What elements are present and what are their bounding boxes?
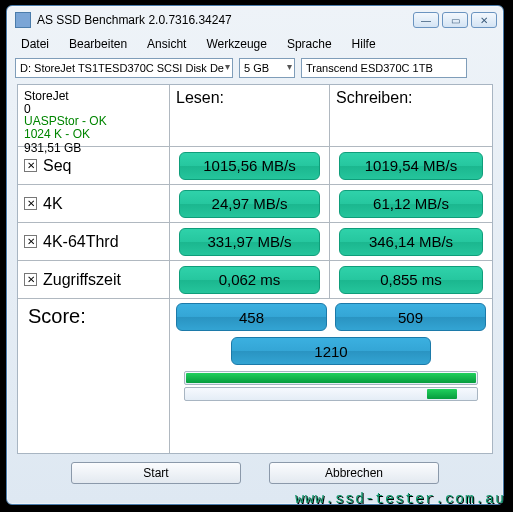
label-4k: ✕ 4K <box>18 185 170 222</box>
button-row: Start Abbrechen <box>7 460 503 490</box>
label-access-text: Zugriffszeit <box>43 271 121 289</box>
window-buttons: ― ▭ ✕ <box>413 12 497 28</box>
checkbox-seq[interactable]: ✕ <box>24 159 37 172</box>
access-read-value: 0,062 ms <box>179 266 320 294</box>
4k-write-value: 61,12 MB/s <box>339 190 483 218</box>
results-panel: StoreJet 0 UASPStor - OK 1024 K - OK 931… <box>17 84 493 454</box>
4k64-read-value: 331,97 MB/s <box>179 228 320 256</box>
progress-bar-2 <box>184 387 478 401</box>
label-4k-text: 4K <box>43 195 63 213</box>
checkbox-4k64[interactable]: ✕ <box>24 235 37 248</box>
read-header: Lesen: <box>170 85 330 146</box>
row-4k64: ✕ 4K-64Thrd 331,97 MB/s 346,14 MB/s <box>18 223 492 261</box>
drive-select[interactable]: D: StoreJet TS1TESD370C SCSI Disk De <box>15 58 233 78</box>
menu-werkzeuge[interactable]: Werkzeuge <box>198 35 274 53</box>
drive-info-align: 1024 K - OK <box>24 128 90 141</box>
menu-hilfe[interactable]: Hilfe <box>344 35 384 53</box>
row-access: ✕ Zugriffszeit 0,062 ms 0,855 ms <box>18 261 492 299</box>
row-score: Score: 458 509 1210 <box>18 299 492 453</box>
seq-read-value: 1015,56 MB/s <box>179 152 320 180</box>
label-seq-text: Seq <box>43 157 71 175</box>
4k-read-value: 24,97 MB/s <box>179 190 320 218</box>
maximize-button[interactable]: ▭ <box>442 12 468 28</box>
menubar: Datei Bearbeiten Ansicht Werkzeuge Sprac… <box>7 34 503 54</box>
drive-info-cell: StoreJet 0 UASPStor - OK 1024 K - OK 931… <box>18 85 170 146</box>
menu-sprache[interactable]: Sprache <box>279 35 340 53</box>
minimize-button[interactable]: ― <box>413 12 439 28</box>
size-select[interactable]: 5 GB <box>239 58 295 78</box>
header-row: StoreJet 0 UASPStor - OK 1024 K - OK 931… <box>18 85 492 147</box>
score-cell: 458 509 1210 <box>170 299 492 453</box>
start-button[interactable]: Start <box>71 462 241 484</box>
label-seq: ✕ Seq <box>18 147 170 184</box>
label-4k64-text: 4K-64Thrd <box>43 233 119 251</box>
menu-ansicht[interactable]: Ansicht <box>139 35 194 53</box>
close-button[interactable]: ✕ <box>471 12 497 28</box>
drive-info-name: StoreJet <box>24 89 69 103</box>
menu-datei[interactable]: Datei <box>13 35 57 53</box>
row-4k: ✕ 4K 24,97 MB/s 61,12 MB/s <box>18 185 492 223</box>
row-seq: ✕ Seq 1015,56 MB/s 1019,54 MB/s <box>18 147 492 185</box>
label-access: ✕ Zugriffszeit <box>18 261 170 298</box>
score-read-value: 458 <box>176 303 327 331</box>
checkbox-4k[interactable]: ✕ <box>24 197 37 210</box>
seq-write-value: 1019,54 MB/s <box>339 152 483 180</box>
app-icon <box>15 12 31 28</box>
score-label: Score: <box>18 299 170 453</box>
score-total-value: 1210 <box>231 337 431 365</box>
app-window: AS SSD Benchmark 2.0.7316.34247 ― ▭ ✕ Da… <box>6 5 504 505</box>
device-name-input[interactable]: Transcend ESD370C 1TB <box>301 58 467 78</box>
watermark: www.ssd-tester.com.au <box>295 491 505 508</box>
progress-bar-1 <box>184 371 478 385</box>
label-4k64: ✕ 4K-64Thrd <box>18 223 170 260</box>
access-write-value: 0,855 ms <box>339 266 483 294</box>
progress-area <box>176 365 486 405</box>
write-header: Schreiben: <box>330 85 492 146</box>
score-write-value: 509 <box>335 303 486 331</box>
titlebar: AS SSD Benchmark 2.0.7316.34247 ― ▭ ✕ <box>7 6 503 34</box>
4k64-write-value: 346,14 MB/s <box>339 228 483 256</box>
titlebar-text: AS SSD Benchmark 2.0.7316.34247 <box>37 13 407 27</box>
checkbox-access[interactable]: ✕ <box>24 273 37 286</box>
abort-button[interactable]: Abbrechen <box>269 462 439 484</box>
toolbar: D: StoreJet TS1TESD370C SCSI Disk De 5 G… <box>7 54 503 84</box>
menu-bearbeiten[interactable]: Bearbeiten <box>61 35 135 53</box>
